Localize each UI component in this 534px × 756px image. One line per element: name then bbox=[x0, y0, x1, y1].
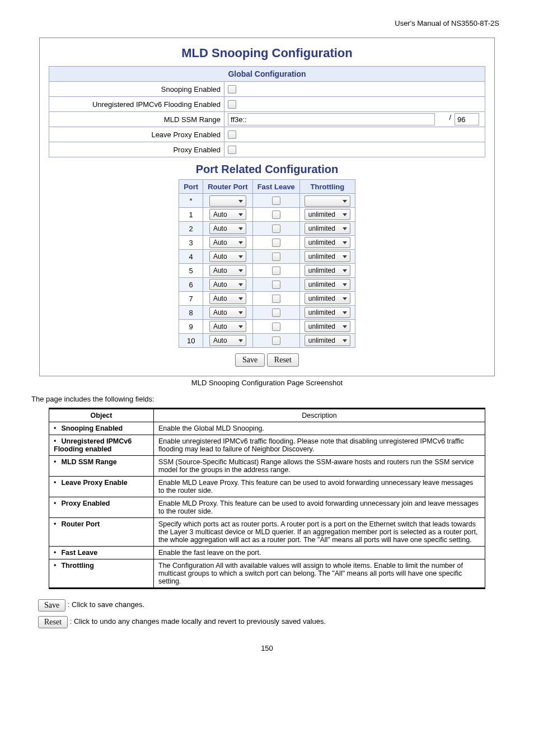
fields-table: Object Description • Snooping EnabledEna… bbox=[49, 408, 485, 589]
chevron-down-icon bbox=[237, 239, 245, 246]
throttling-select[interactable]: unlimited bbox=[305, 293, 350, 304]
port-row: 9Autounlimited bbox=[179, 320, 355, 334]
checkbox-flooding-enabled[interactable] bbox=[228, 100, 236, 109]
port-number: 6 bbox=[179, 278, 203, 292]
fast-leave-checkbox[interactable] bbox=[272, 239, 280, 247]
chevron-down-icon bbox=[341, 253, 349, 260]
port-row: 5Autounlimited bbox=[179, 264, 355, 278]
reset-button-graphic: Reset bbox=[38, 616, 68, 628]
router-port-select[interactable]: Auto bbox=[209, 265, 246, 276]
checkbox-snooping-enabled[interactable] bbox=[228, 85, 236, 94]
checkbox-leave-proxy[interactable] bbox=[228, 130, 236, 139]
reset-button[interactable]: Reset bbox=[267, 353, 299, 367]
chevron-down-icon bbox=[237, 323, 245, 330]
port-number: 10 bbox=[179, 334, 203, 348]
port-number: 4 bbox=[179, 250, 203, 264]
router-port-select[interactable]: Auto bbox=[209, 209, 246, 220]
chevron-down-icon bbox=[237, 197, 245, 205]
fast-leave-checkbox[interactable] bbox=[272, 267, 280, 275]
field-object: • Proxy Enabled bbox=[49, 497, 154, 518]
router-port-select[interactable]: Auto bbox=[209, 279, 246, 290]
chevron-down-icon bbox=[237, 309, 245, 316]
field-description: Enable MLD Proxy. This feature can be us… bbox=[154, 497, 485, 518]
field-object: • Throttling bbox=[49, 559, 154, 589]
config-screenshot: MLD Snooping Configuration Global Config… bbox=[39, 38, 495, 376]
fast-leave-checkbox[interactable] bbox=[272, 197, 280, 205]
router-port-select[interactable]: Auto bbox=[209, 335, 246, 346]
router-port-select[interactable]: Auto bbox=[209, 237, 246, 248]
port-number: 1 bbox=[179, 208, 203, 222]
throttling-select[interactable]: unlimited bbox=[305, 321, 350, 332]
chevron-down-icon bbox=[341, 295, 349, 302]
port-number: 5 bbox=[179, 264, 203, 278]
field-object: • Leave Proxy Enable bbox=[49, 477, 154, 497]
throttling-select[interactable]: unlimited bbox=[305, 279, 350, 290]
throttling-select[interactable]: unlimited bbox=[305, 223, 350, 234]
chevron-down-icon bbox=[237, 267, 245, 274]
router-port-select[interactable]: Auto bbox=[209, 293, 246, 304]
router-port-select[interactable]: Auto bbox=[209, 307, 246, 318]
port-config-table: Port Router Port Fast Leave Throttling *… bbox=[179, 179, 355, 348]
field-description: SSM (Source-Specific Multicast) Range al… bbox=[154, 456, 485, 477]
throttling-select[interactable]: unlimited bbox=[305, 335, 350, 346]
fast-leave-checkbox[interactable] bbox=[272, 281, 280, 289]
chevron-down-icon bbox=[237, 253, 245, 260]
global-config-table: Global Configuration Snooping Enabled Un… bbox=[49, 66, 485, 157]
port-number: 9 bbox=[179, 320, 203, 334]
fast-leave-checkbox[interactable] bbox=[272, 211, 280, 219]
port-number: 8 bbox=[179, 306, 203, 320]
input-ssm-address[interactable] bbox=[228, 113, 435, 125]
fields-header-description: Description bbox=[154, 409, 485, 422]
chevron-down-icon bbox=[237, 281, 245, 288]
label-flooding-enabled: Unregistered IPMCv6 Flooding Enabled bbox=[49, 97, 224, 112]
screenshot-title: MLD Snooping Configuration bbox=[49, 46, 485, 60]
fast-leave-checkbox[interactable] bbox=[272, 295, 280, 303]
global-section-header: Global Configuration bbox=[49, 67, 485, 82]
fast-leave-checkbox[interactable] bbox=[272, 323, 280, 331]
chevron-down-icon bbox=[341, 225, 349, 232]
chevron-down-icon bbox=[237, 295, 245, 302]
fast-leave-checkbox[interactable] bbox=[272, 309, 280, 317]
fields-header-object: Object bbox=[49, 409, 154, 422]
label-snooping-enabled: Snooping Enabled bbox=[49, 82, 224, 97]
chevron-down-icon bbox=[341, 309, 349, 316]
buttons-help-section: Save : Click to save changes. Reset : Cl… bbox=[38, 599, 503, 628]
field-object: • Unregistered IPMCv6 Flooding enabled bbox=[49, 435, 154, 456]
port-number: 7 bbox=[179, 292, 203, 306]
port-section-title: Port Related Configuration bbox=[49, 163, 485, 176]
throttling-select[interactable]: unlimited bbox=[305, 209, 350, 220]
checkbox-proxy[interactable] bbox=[228, 146, 236, 154]
router-port-select[interactable]: Auto bbox=[209, 223, 246, 234]
throttling-select[interactable]: unlimited bbox=[305, 307, 350, 318]
port-row: 4Autounlimited bbox=[179, 250, 355, 264]
fields-row: • Leave Proxy EnableEnable MLD Leave Pro… bbox=[49, 477, 485, 497]
fast-leave-checkbox[interactable] bbox=[272, 253, 280, 261]
save-button-graphic: Save bbox=[38, 599, 65, 612]
field-description: Enable the Global MLD Snooping. bbox=[154, 422, 485, 435]
fast-leave-checkbox[interactable] bbox=[272, 225, 280, 233]
throttling-select[interactable] bbox=[305, 195, 350, 207]
port-number: * bbox=[179, 194, 203, 208]
save-button-desc: : Click to save changes. bbox=[68, 600, 144, 609]
field-description: Enable unregistered IPMCv6 traffic flood… bbox=[154, 435, 485, 456]
figure-caption: MLD Snooping Configuration Page Screensh… bbox=[31, 379, 503, 387]
label-proxy: Proxy Enabled bbox=[49, 142, 224, 157]
port-row: 7Autounlimited bbox=[179, 292, 355, 306]
throttling-select[interactable]: unlimited bbox=[305, 251, 350, 262]
router-port-select[interactable]: Auto bbox=[209, 251, 246, 262]
field-description: The Configuration All with available val… bbox=[154, 559, 485, 589]
col-fastleave: Fast Leave bbox=[252, 180, 299, 194]
field-object: • Router Port bbox=[49, 518, 154, 547]
fast-leave-checkbox[interactable] bbox=[272, 337, 280, 345]
router-port-select[interactable] bbox=[209, 195, 246, 207]
throttling-select[interactable]: unlimited bbox=[305, 237, 350, 248]
page-number: 150 bbox=[31, 644, 503, 652]
chevron-down-icon bbox=[237, 211, 245, 218]
field-object: • Fast Leave bbox=[49, 547, 154, 559]
throttling-select[interactable]: unlimited bbox=[305, 265, 350, 276]
input-ssm-prefix[interactable] bbox=[455, 113, 479, 125]
chevron-down-icon bbox=[341, 323, 349, 330]
lead-text: The page includes the following fields: bbox=[31, 395, 503, 403]
save-button[interactable]: Save bbox=[235, 353, 265, 367]
router-port-select[interactable]: Auto bbox=[209, 321, 246, 332]
